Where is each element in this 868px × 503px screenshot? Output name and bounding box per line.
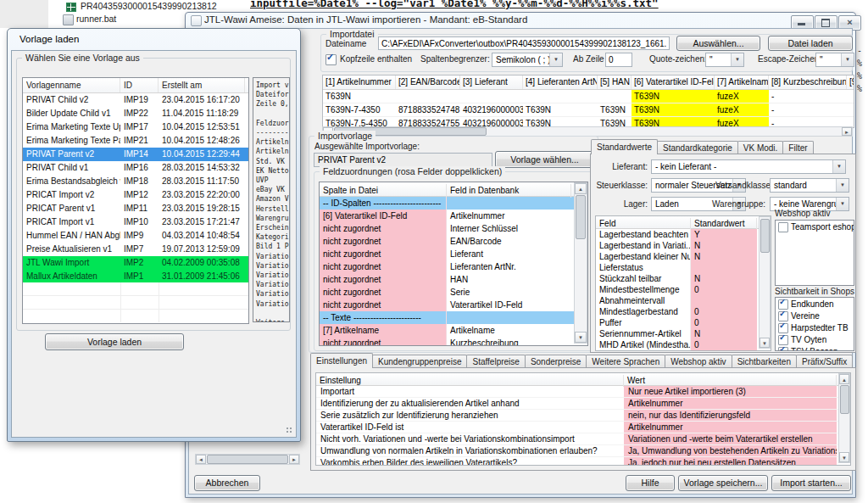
setting-row[interactable]: Serie zusätzlich zur Identifizierung her… [316, 410, 850, 422]
checkbox[interactable]: ✓ [778, 299, 788, 310]
resize-grip-icon[interactable] [287, 428, 293, 434]
table-row[interactable]: PRIVAT Child v2IMP1923.04.2015 16:17:20 [23, 93, 248, 107]
tab[interactable]: Einstellungen [310, 353, 373, 368]
shop-item[interactable]: ✓ TV Oyten [776, 335, 854, 345]
mapping-row[interactable]: nicht zugordnetLieferanten ArtNr. [320, 260, 587, 273]
mapping-row[interactable]: [7] ArtikelnameArtikelname [320, 324, 587, 337]
column-header[interactable]: [1] Artikelnummer [323, 75, 396, 89]
table-row[interactable]: T639N-7-435087188335247484032196000003T6… [323, 103, 854, 117]
abbrechen-button[interactable]: Abbrechen [194, 475, 260, 491]
default-value-row[interactable]: Mindestbestellmenge0 [596, 284, 771, 295]
column-header[interactable]: Wert [624, 375, 837, 387]
checkbox[interactable]: ✓ [778, 335, 788, 345]
hilfe-button[interactable]: Hilfe [626, 475, 675, 491]
table-row[interactable]: PRICAT Parent v1IMP1123.03.2015 19:28:15 [23, 202, 248, 215]
tab[interactable]: Filter [782, 141, 813, 154]
mapping-row[interactable]: nicht zugordnetKurzbeschreibung [320, 337, 587, 346]
scroll-up-arrow[interactable]: ▲ [575, 183, 587, 194]
excel-file-label[interactable]: PR4043593000015439990213812 [81, 1, 217, 11]
default-value-row[interactable]: Mindestlagerbestand0 [596, 306, 771, 317]
table-row[interactable]: T639NT639NfuzeX- [323, 90, 854, 103]
vorlage-speichern-button[interactable]: Vorlage speichern... [678, 475, 768, 491]
default-value-row[interactable]: Lagerbestand kleiner NullN [596, 251, 771, 262]
shop-item[interactable]: ✓ Endkunden [776, 299, 854, 310]
scroll-up-arrow[interactable]: ▲ [839, 374, 849, 384]
tab[interactable]: Sonderpreise [525, 355, 587, 368]
checkbox[interactable]: ✓ [778, 323, 788, 333]
setting-row[interactable]: Nicht vorh. Variationen und -werte bei V… [316, 433, 850, 445]
default-value-row[interactable]: Puffer0 [596, 317, 771, 328]
checkbox[interactable]: ✓ [778, 311, 788, 321]
table-row[interactable]: PRICAT Import v1IMP1023.03.2015 17:21:47 [23, 215, 248, 229]
checkbox[interactable]: ✓ [778, 347, 788, 351]
scroll-down-arrow[interactable]: ▼ [839, 452, 849, 462]
table-row[interactable]: PRIVAT Parent v2IMP1410.04.2015 12:29:44 [23, 148, 248, 161]
column-header[interactable]: Einstellung [316, 375, 624, 387]
shop-item[interactable]: ✓ Vereine [776, 311, 854, 321]
tab[interactable]: Sichtbarkeiten [732, 355, 797, 368]
column-header[interactable]: [2] EAN/Barcode [396, 75, 460, 89]
mapping-row[interactable]: -- ID-Spalten ------------------------ [320, 197, 587, 210]
column-header[interactable]: Spalte in Datei [320, 184, 447, 198]
default-value-row[interactable]: Seriennummer-ArtikelN [596, 328, 771, 339]
setting-row[interactable]: Varkombis erben Bilder des jeweiligen Va… [316, 457, 850, 466]
auswaehlen-button[interactable]: Auswählen... [676, 36, 760, 51]
column-header[interactable]: [4] Lieferanten ArtNr. [523, 75, 598, 89]
default-value-row[interactable]: MHD Artikel (Mindestha...0 [596, 339, 771, 350]
lieferant-select[interactable]: - kein Lieferant - ▼ [651, 159, 846, 174]
table-row[interactable]: Erima Marketing Texte Upd...IMP1710.04.2… [23, 120, 248, 134]
tab[interactable]: Weitere Sprachen [586, 355, 665, 368]
mapping-row[interactable]: nicht zugordnetInterner Schlüssel [320, 222, 587, 235]
spaltenbegrenzer-select[interactable]: Semikolon ( ; ) ▼ [492, 53, 563, 67]
table-row[interactable]: Erima Bestandsabgleich v1...IMP1828.03.2… [23, 175, 248, 188]
column-header[interactable]: Feld [596, 218, 691, 230]
scroll-thumb[interactable] [840, 385, 849, 414]
shop-item[interactable]: ✓ TSV Bassen [776, 347, 854, 351]
mapping-row[interactable]: nicht zugordnetEAN/Barcode [320, 235, 587, 248]
tab[interactable]: Webshop aktiv [665, 355, 732, 368]
mapping-row[interactable]: nicht zugordnetVaterartikel ID-Feld [320, 299, 587, 311]
standardwerte-vscrollbar[interactable]: ▼ [759, 216, 771, 349]
table-row[interactable]: Preise Aktualisieren v1IMP719.07.2013 12… [23, 243, 248, 256]
column-header[interactable]: Vorlagenname [23, 78, 120, 92]
column-header[interactable]: [5] HAN [598, 75, 632, 89]
setting-row[interactable]: Vaterartikel ID-Feld istArtikelnummer [316, 422, 850, 433]
scroll-down-arrow[interactable]: ▼ [760, 338, 770, 348]
column-header[interactable]: [3] Lieferant [460, 75, 523, 89]
default-value-row[interactable]: Abnahmeintervall [596, 295, 771, 306]
column-header[interactable]: ID [120, 78, 159, 92]
vorlage-laden-button[interactable]: Vorlage laden [45, 333, 184, 350]
default-value-row[interactable]: Stückzahl teilbarN [596, 273, 771, 284]
vorlage-waehlen-button[interactable]: Vorlage wählen... [495, 151, 594, 168]
import-starten-button[interactable]: Import starten... [771, 475, 851, 491]
versandklasse-select[interactable]: standard ▼ [770, 178, 849, 193]
tab[interactable]: Präfix/Suffix [796, 355, 853, 368]
hidden-panel-hscrollbar[interactable]: ◄ ► [195, 454, 300, 465]
mapping-row[interactable]: nicht zugordnetLieferant [320, 248, 587, 260]
quote-zeichen-select[interactable]: " ▼ [705, 53, 744, 67]
setting-row[interactable]: ImportartNur neue Artikel importieren (3… [316, 386, 850, 398]
ab-zeile-input[interactable] [605, 53, 632, 67]
table-row[interactable]: Erima Marketing Texte Par...IMP2110.04.2… [23, 134, 248, 148]
column-header[interactable]: [9] Std. V [847, 75, 854, 89]
bat-file-label[interactable]: runner.bat [76, 14, 116, 24]
mapping-row[interactable]: -- Texte ------------------------ [320, 311, 587, 324]
mapping-row[interactable]: nicht zugordnetSerie [320, 286, 587, 299]
dateiname-input[interactable] [378, 36, 670, 50]
shop-item[interactable]: ✓ Harpstedter TB [776, 323, 854, 333]
setting-row[interactable]: Umwandlung von normalen Artikeln in Vari… [316, 445, 850, 457]
escape-zeichen-select[interactable]: " ▼ [815, 53, 854, 67]
tab[interactable]: VK Modi. [737, 141, 784, 154]
datei-laden-button[interactable]: Datei laden [768, 36, 853, 51]
webshop-item[interactable]: Teamsport eshop [776, 222, 854, 232]
column-header[interactable]: Erstellt am [159, 78, 245, 92]
mapping-row[interactable]: [6] Vaterartikel ID-FeldArtikelnummer [320, 210, 587, 222]
feldzuordnungen-vscrollbar[interactable]: ▲ ▼ [574, 182, 587, 344]
scroll-right-arrow[interactable]: ► [842, 127, 852, 136]
kopfzeile-checkbox[interactable]: ✓ [326, 54, 337, 65]
column-header[interactable]: [6] Vaterartikel ID-Feld [632, 75, 715, 89]
tab[interactable]: Staffelpreise [466, 355, 525, 368]
table-row[interactable]: Bilder Update Child v1IMP2211.04.2015 11… [23, 107, 248, 120]
column-header[interactable]: Standardwert [691, 218, 757, 230]
table-row[interactable]: Hummel EAN / HAN Abglei...IMP904.03.2014… [23, 229, 248, 243]
